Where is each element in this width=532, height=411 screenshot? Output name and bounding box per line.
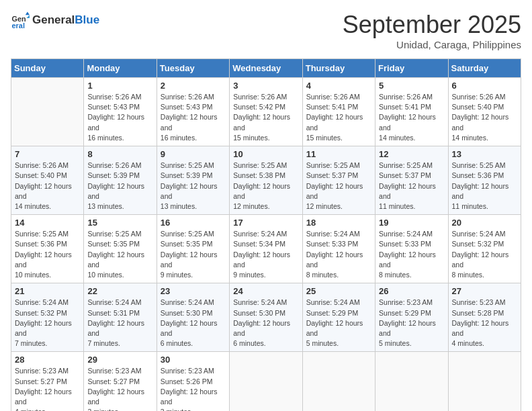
day-info: Sunrise: 5:24 AMSunset: 5:33 PMDaylight:… — [306, 229, 371, 280]
day-number: 1 — [87, 81, 152, 91]
svg-marker-3 — [26, 15, 30, 18]
calendar-cell: 26 Sunrise: 5:23 AMSunset: 5:29 PMDaylig… — [375, 283, 448, 352]
day-number: 25 — [306, 286, 371, 296]
calendar-cell: 24 Sunrise: 5:24 AMSunset: 5:30 PMDaylig… — [230, 283, 302, 352]
day-of-week-header: Tuesday — [157, 59, 229, 78]
day-info: Sunrise: 5:26 AMSunset: 5:39 PMDaylight:… — [87, 161, 152, 212]
day-number: 23 — [161, 286, 226, 296]
day-number: 6 — [452, 81, 517, 91]
day-info: Sunrise: 5:25 AMSunset: 5:37 PMDaylight:… — [306, 161, 371, 212]
day-info: Sunrise: 5:23 AMSunset: 5:27 PMDaylight:… — [87, 366, 152, 411]
day-info: Sunrise: 5:24 AMSunset: 5:34 PMDaylight:… — [233, 229, 298, 280]
calendar-cell: 7 Sunrise: 5:26 AMSunset: 5:40 PMDayligh… — [11, 146, 84, 215]
day-number: 13 — [452, 149, 517, 159]
day-number: 30 — [161, 355, 226, 365]
day-info: Sunrise: 5:26 AMSunset: 5:41 PMDaylight:… — [379, 92, 444, 143]
day-info: Sunrise: 5:24 AMSunset: 5:30 PMDaylight:… — [161, 298, 226, 349]
day-info: Sunrise: 5:26 AMSunset: 5:42 PMDaylight:… — [233, 92, 298, 143]
calendar-cell: 4 Sunrise: 5:26 AMSunset: 5:41 PMDayligh… — [302, 78, 375, 146]
calendar-cell: 8 Sunrise: 5:26 AMSunset: 5:39 PMDayligh… — [84, 146, 157, 215]
calendar-cell — [375, 352, 448, 411]
calendar-cell: 25 Sunrise: 5:24 AMSunset: 5:29 PMDaylig… — [302, 283, 375, 352]
calendar-week-row: 21 Sunrise: 5:24 AMSunset: 5:32 PMDaylig… — [11, 283, 521, 352]
day-number: 17 — [233, 218, 298, 228]
day-number: 28 — [15, 355, 80, 365]
day-info: Sunrise: 5:24 AMSunset: 5:32 PMDaylight:… — [15, 298, 80, 349]
svg-text:eral: eral — [12, 21, 25, 30]
calendar-cell: 11 Sunrise: 5:25 AMSunset: 5:37 PMDaylig… — [302, 146, 375, 215]
calendar-cell: 13 Sunrise: 5:25 AMSunset: 5:36 PMDaylig… — [448, 146, 521, 215]
day-info: Sunrise: 5:25 AMSunset: 5:35 PMDaylight:… — [161, 229, 226, 280]
calendar-cell: 21 Sunrise: 5:24 AMSunset: 5:32 PMDaylig… — [11, 283, 84, 352]
logo-icon: Gen eral — [11, 11, 30, 30]
day-number: 9 — [161, 149, 226, 159]
calendar-cell: 15 Sunrise: 5:25 AMSunset: 5:35 PMDaylig… — [84, 215, 157, 283]
calendar-cell: 12 Sunrise: 5:25 AMSunset: 5:37 PMDaylig… — [375, 146, 448, 215]
calendar-table: SundayMondayTuesdayWednesdayThursdayFrid… — [11, 58, 521, 411]
calendar-cell: 16 Sunrise: 5:25 AMSunset: 5:35 PMDaylig… — [157, 215, 229, 283]
logo-text: GeneralBlue — [32, 13, 99, 27]
day-number: 27 — [452, 286, 517, 296]
calendar-cell: 1 Sunrise: 5:26 AMSunset: 5:43 PMDayligh… — [84, 78, 157, 146]
calendar-cell: 9 Sunrise: 5:25 AMSunset: 5:39 PMDayligh… — [157, 146, 229, 215]
day-info: Sunrise: 5:26 AMSunset: 5:41 PMDaylight:… — [306, 92, 371, 143]
calendar-cell — [230, 352, 302, 411]
day-number: 19 — [379, 218, 444, 228]
calendar-week-row: 28 Sunrise: 5:23 AMSunset: 5:27 PMDaylig… — [11, 352, 521, 411]
day-info: Sunrise: 5:26 AMSunset: 5:40 PMDaylight:… — [452, 92, 517, 143]
day-number: 18 — [306, 218, 371, 228]
day-info: Sunrise: 5:25 AMSunset: 5:37 PMDaylight:… — [379, 161, 444, 212]
day-info: Sunrise: 5:24 AMSunset: 5:29 PMDaylight:… — [306, 298, 371, 349]
day-info: Sunrise: 5:25 AMSunset: 5:39 PMDaylight:… — [161, 161, 226, 212]
day-info: Sunrise: 5:25 AMSunset: 5:36 PMDaylight:… — [15, 229, 80, 280]
day-info: Sunrise: 5:26 AMSunset: 5:43 PMDaylight:… — [87, 92, 152, 143]
day-number: 16 — [161, 218, 226, 228]
day-info: Sunrise: 5:24 AMSunset: 5:31 PMDaylight:… — [87, 298, 152, 349]
day-info: Sunrise: 5:26 AMSunset: 5:40 PMDaylight:… — [15, 161, 80, 212]
calendar-cell: 27 Sunrise: 5:23 AMSunset: 5:28 PMDaylig… — [448, 283, 521, 352]
day-info: Sunrise: 5:23 AMSunset: 5:29 PMDaylight:… — [379, 298, 444, 349]
calendar-cell: 23 Sunrise: 5:24 AMSunset: 5:30 PMDaylig… — [157, 283, 229, 352]
calendar-cell: 5 Sunrise: 5:26 AMSunset: 5:41 PMDayligh… — [375, 78, 448, 146]
day-number: 14 — [15, 218, 80, 228]
day-number: 26 — [379, 286, 444, 296]
day-info: Sunrise: 5:26 AMSunset: 5:43 PMDaylight:… — [161, 92, 226, 143]
day-info: Sunrise: 5:24 AMSunset: 5:30 PMDaylight:… — [233, 298, 298, 349]
calendar-cell: 17 Sunrise: 5:24 AMSunset: 5:34 PMDaylig… — [230, 215, 302, 283]
day-info: Sunrise: 5:24 AMSunset: 5:32 PMDaylight:… — [452, 229, 517, 280]
calendar-body: 1 Sunrise: 5:26 AMSunset: 5:43 PMDayligh… — [11, 78, 521, 412]
day-number: 15 — [87, 218, 152, 228]
day-of-week-header: Sunday — [11, 59, 84, 78]
calendar-cell — [11, 78, 84, 146]
calendar-week-row: 1 Sunrise: 5:26 AMSunset: 5:43 PMDayligh… — [11, 78, 521, 146]
days-of-week-row: SundayMondayTuesdayWednesdayThursdayFrid… — [11, 59, 521, 78]
day-info: Sunrise: 5:25 AMSunset: 5:38 PMDaylight:… — [233, 161, 298, 212]
day-number: 5 — [379, 81, 444, 91]
day-of-week-header: Monday — [84, 59, 157, 78]
calendar-cell: 28 Sunrise: 5:23 AMSunset: 5:27 PMDaylig… — [11, 352, 84, 411]
day-info: Sunrise: 5:23 AMSunset: 5:28 PMDaylight:… — [452, 298, 517, 349]
day-info: Sunrise: 5:23 AMSunset: 5:26 PMDaylight:… — [161, 366, 226, 411]
month-title: September 2025 — [343, 11, 521, 39]
day-number: 29 — [87, 355, 152, 365]
day-number: 22 — [87, 286, 152, 296]
calendar-cell: 2 Sunrise: 5:26 AMSunset: 5:43 PMDayligh… — [157, 78, 229, 146]
calendar-cell: 22 Sunrise: 5:24 AMSunset: 5:31 PMDaylig… — [84, 283, 157, 352]
day-of-week-header: Thursday — [302, 59, 375, 78]
calendar-cell: 30 Sunrise: 5:23 AMSunset: 5:26 PMDaylig… — [157, 352, 229, 411]
day-info: Sunrise: 5:25 AMSunset: 5:36 PMDaylight:… — [452, 161, 517, 212]
day-number: 4 — [306, 81, 371, 91]
calendar-week-row: 14 Sunrise: 5:25 AMSunset: 5:36 PMDaylig… — [11, 215, 521, 283]
day-number: 12 — [379, 149, 444, 159]
calendar-cell: 6 Sunrise: 5:26 AMSunset: 5:40 PMDayligh… — [448, 78, 521, 146]
calendar-cell — [448, 352, 521, 411]
calendar-cell: 10 Sunrise: 5:25 AMSunset: 5:38 PMDaylig… — [230, 146, 302, 215]
calendar-cell: 18 Sunrise: 5:24 AMSunset: 5:33 PMDaylig… — [302, 215, 375, 283]
day-of-week-header: Saturday — [448, 59, 521, 78]
day-number: 2 — [161, 81, 226, 91]
calendar-cell: 3 Sunrise: 5:26 AMSunset: 5:42 PMDayligh… — [230, 78, 302, 146]
page-header: Gen eral GeneralBlue September 2025 Unid… — [11, 11, 521, 50]
day-number: 20 — [452, 218, 517, 228]
location: Unidad, Caraga, Philippines — [343, 39, 521, 50]
title-block: September 2025 Unidad, Caraga, Philippin… — [343, 11, 521, 50]
